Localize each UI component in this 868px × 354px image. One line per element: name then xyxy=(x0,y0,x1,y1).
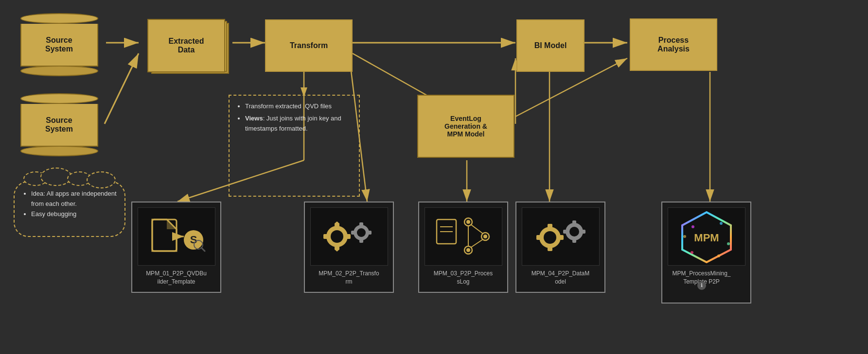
bi-model-label: BI Model xyxy=(534,41,567,50)
extracted-data: Extracted Data xyxy=(145,19,235,77)
svg-line-3 xyxy=(105,53,139,124)
svg-point-27 xyxy=(331,230,343,243)
app-card-2[interactable]: MPM_02_P2P_Transfo rm xyxy=(304,202,394,293)
svg-point-55 xyxy=(544,231,556,244)
svg-marker-18 xyxy=(152,219,177,251)
bullet-item-1: Transform extracted .QVD files xyxy=(245,101,352,112)
svg-line-49 xyxy=(471,225,483,234)
svg-rect-57 xyxy=(548,246,552,251)
svg-rect-65 xyxy=(582,230,585,234)
svg-rect-40 xyxy=(351,231,355,235)
app-card-2-label: MPM_02_P2P_Transfo rm xyxy=(319,270,379,286)
svg-point-61 xyxy=(569,227,579,236)
svg-rect-41 xyxy=(368,231,372,235)
app-card-4-icon xyxy=(522,207,600,266)
transform-box: Transform xyxy=(265,19,353,72)
app-card-3[interactable]: MPM_03_P2P_Proces sLog xyxy=(418,202,508,293)
svg-point-72 xyxy=(717,254,720,257)
svg-point-69 xyxy=(691,225,694,228)
info-icon[interactable]: ℹ xyxy=(697,281,706,290)
app-card-5[interactable]: MPM MPM_ProcessMining_ Template P2P ℹ xyxy=(661,202,751,303)
app-card-1-label: MPM_01_P2P_QVDBu ilder_Template xyxy=(146,270,207,286)
cloud-item-1: Idea: All apps are independent from each… xyxy=(31,189,117,209)
transform-label: Transform xyxy=(290,41,328,50)
bi-model-box: BI Model xyxy=(516,19,585,72)
app-card-4[interactable]: MPM_04_P2P_DataM odel xyxy=(515,202,605,293)
svg-point-74 xyxy=(683,235,686,238)
cloud-item-2: Easy debugging xyxy=(31,209,117,219)
app-card-2-icon xyxy=(310,207,388,266)
source-system-1-label: Source System xyxy=(45,36,73,53)
svg-rect-30 xyxy=(323,234,328,239)
app-card-1[interactable]: S MPM_01_P2P_QVDBu ilder_Template xyxy=(131,202,221,293)
svg-text:S: S xyxy=(190,234,197,246)
svg-rect-62 xyxy=(572,220,576,224)
svg-rect-39 xyxy=(359,239,363,243)
svg-line-50 xyxy=(471,239,483,247)
svg-rect-64 xyxy=(563,230,567,234)
svg-marker-19 xyxy=(167,219,177,229)
svg-point-71 xyxy=(727,242,730,245)
svg-point-70 xyxy=(720,222,723,225)
app-card-5-icon: MPM xyxy=(668,207,745,266)
app-card-3-icon xyxy=(425,207,502,266)
bullet-text-box: Transform extracted .QVD files Views: Ju… xyxy=(229,95,360,197)
svg-point-51 xyxy=(466,220,470,224)
svg-line-25 xyxy=(201,248,205,251)
svg-point-37 xyxy=(357,228,366,237)
app-card-3-label: MPM_03_P2P_Proces sLog xyxy=(434,270,493,286)
process-analysis-box: Process Analysis xyxy=(630,18,717,71)
svg-rect-17 xyxy=(152,219,177,251)
svg-rect-38 xyxy=(359,222,363,226)
extracted-data-label: Extracted Data xyxy=(169,37,204,54)
svg-text:MPM: MPM xyxy=(694,232,719,244)
process-analysis-label: Process Analysis xyxy=(657,36,690,53)
bullet-item-2: Views: Just joins with join key and time… xyxy=(245,114,352,134)
svg-point-52 xyxy=(483,235,487,238)
svg-rect-31 xyxy=(346,234,351,239)
cloud-list: Idea: All apps are independent from each… xyxy=(22,189,117,219)
svg-rect-58 xyxy=(536,235,541,240)
source-system-1: Source System xyxy=(14,13,104,76)
app-card-5-label: MPM_ProcessMining_ Template P2P xyxy=(672,270,740,286)
svg-rect-56 xyxy=(548,224,552,229)
svg-point-53 xyxy=(466,248,470,252)
source-system-2: Source System xyxy=(14,93,104,156)
svg-point-73 xyxy=(691,251,693,254)
svg-rect-59 xyxy=(559,235,564,240)
eventlog-box: EventLog Generation & MPM Model xyxy=(417,95,514,158)
app-card-4-label: MPM_04_P2P_DataM odel xyxy=(531,270,589,286)
source-system-2-label: Source System xyxy=(45,116,73,134)
eventlog-label: EventLog Generation & MPM Model xyxy=(444,115,487,138)
diagram-container: Source System Source System Extracted Da… xyxy=(0,0,868,354)
cloud-thought: Idea: All apps are independent from each… xyxy=(14,168,128,238)
app-card-1-icon: S xyxy=(138,207,215,266)
svg-rect-63 xyxy=(572,239,576,243)
